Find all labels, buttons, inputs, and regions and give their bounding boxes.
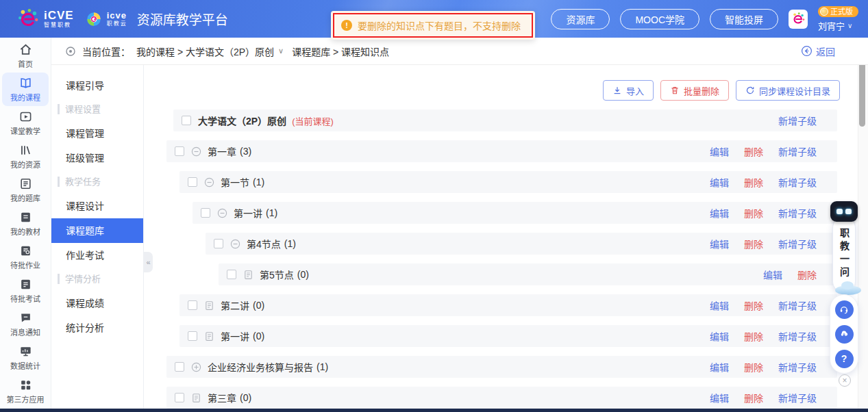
edit-link[interactable]: 编辑: [710, 206, 729, 220]
download-center-button[interactable]: [835, 325, 854, 344]
back-button[interactable]: 返回: [801, 44, 835, 58]
table-row: 企业经济业务核算与报告(1)编辑删除新增子级: [166, 356, 837, 378]
add-child-link[interactable]: 新增子级: [778, 237, 817, 250]
logo2-sub: 职教云: [107, 21, 127, 27]
rail-item-bank[interactable]: 我的题库: [2, 173, 49, 207]
delete-link[interactable]: 删除: [744, 391, 763, 404]
rail-item-label: 首页: [18, 58, 33, 69]
add-child-link[interactable]: 新增子级: [778, 391, 817, 404]
expand-node-icon[interactable]: [191, 362, 201, 372]
header-nav-1[interactable]: 资源库: [551, 9, 610, 29]
add-child-link[interactable]: 新增子级: [778, 206, 817, 220]
rail-item-home[interactable]: 首页: [2, 39, 49, 73]
row-checkbox[interactable]: [182, 116, 191, 125]
sidebar-item-6[interactable]: 课程题库: [51, 218, 143, 243]
add-child-link[interactable]: 新增子级: [778, 329, 817, 343]
edit-link[interactable]: 编辑: [710, 144, 729, 158]
rail-item-homework[interactable]: 待批作业: [2, 240, 49, 274]
row-actions: 编辑删除新增子级: [710, 391, 817, 404]
rail-item-message[interactable]: 消息通知: [2, 307, 49, 341]
delete-link[interactable]: 删除: [744, 360, 763, 374]
batch-delete-button[interactable]: 批量删除: [660, 80, 729, 101]
edit-link[interactable]: 编辑: [763, 268, 782, 281]
node-count: (0): [253, 331, 264, 342]
header-actions: 资源库MOOC学院智能投屏 正式版 刘宵宁 ∨: [551, 0, 858, 38]
sidebar-item-2[interactable]: 课程管理: [51, 121, 143, 146]
edit-link[interactable]: 编辑: [710, 360, 729, 374]
breadcrumb-path2: 课程题库 > 课程知识点: [292, 44, 389, 58]
add-child-link[interactable]: 新增子级: [778, 298, 817, 312]
add-child-link[interactable]: 新增子级: [778, 175, 817, 189]
rail-item-apps[interactable]: 第三方应用: [2, 374, 49, 408]
toast-message: 要删除的知识点下有题目，不支持删除: [358, 18, 521, 32]
row-checkbox[interactable]: [175, 362, 184, 372]
assistant-widget[interactable]: 职教一问: [829, 201, 859, 293]
row-checkbox[interactable]: [188, 300, 197, 310]
edit-link[interactable]: 编辑: [710, 298, 729, 312]
sync-directory-label: 同步课程设计目录: [759, 84, 830, 97]
user-menu[interactable]: 刘宵宁 ∨: [818, 19, 852, 32]
logo2-text: icve 职教云: [107, 11, 127, 27]
sidebar-collapse-handle[interactable]: «: [144, 252, 153, 272]
sidebar-item-9[interactable]: 课程成绩: [51, 291, 143, 316]
add-child-link[interactable]: 新增子级: [778, 144, 817, 158]
close-widgets-button[interactable]: ×: [839, 374, 851, 387]
node-label: 第二讲: [221, 298, 249, 312]
row-checkbox[interactable]: [188, 177, 197, 187]
toast-highlight-frame: ! 要删除的知识点下有题目，不支持删除: [333, 13, 533, 38]
message-icon: [19, 311, 32, 324]
delete-link[interactable]: 删除: [744, 175, 763, 189]
collapse-node-icon[interactable]: [204, 177, 214, 188]
delete-link[interactable]: 删除: [744, 237, 763, 250]
customer-service-button[interactable]: [835, 300, 854, 319]
edit-link[interactable]: 编辑: [710, 175, 729, 189]
app-window: iCVE 智慧职教 icve 职教云 资源库教学平台 资源库MOOC学院智能投屏: [0, 0, 868, 412]
headset-icon: [839, 304, 850, 315]
row-actions: 新增子级: [778, 114, 817, 127]
collapse-node-icon[interactable]: [230, 239, 240, 249]
collapse-node-icon[interactable]: [191, 146, 201, 157]
collapse-node-icon[interactable]: [217, 208, 227, 218]
rail-item-textbook[interactable]: 我的教材: [2, 207, 49, 240]
play-icon: [19, 110, 32, 123]
table-row: 第二讲(0)编辑删除新增子级: [179, 294, 837, 316]
row-checkbox[interactable]: [214, 239, 223, 248]
rail-item-stats[interactable]: 数据统计: [2, 341, 49, 374]
row-checkbox[interactable]: [175, 146, 184, 156]
delete-link[interactable]: 删除: [744, 329, 763, 343]
add-child-link[interactable]: 新增子级: [778, 360, 817, 374]
sync-directory-button[interactable]: 同步课程设计目录: [736, 80, 840, 101]
sidebar-item-10[interactable]: 统计分析: [51, 316, 143, 340]
header-nav-2[interactable]: MOOC学院: [620, 9, 699, 29]
rail-item-shelf[interactable]: 我的资源: [2, 140, 49, 173]
import-button[interactable]: 导入: [603, 80, 654, 101]
breadcrumb-prefix: 当前位置：: [82, 44, 130, 58]
sidebar-item-3[interactable]: 班级管理: [51, 146, 143, 170]
rail-item-play[interactable]: 课堂教学: [2, 106, 49, 140]
rail-item-exam[interactable]: 待批考试: [2, 274, 49, 307]
delete-link[interactable]: 删除: [744, 298, 763, 312]
avatar[interactable]: [789, 10, 808, 29]
robot-eye-left: [836, 209, 843, 214]
add-child-link[interactable]: 新增子级: [778, 114, 817, 127]
sidebar-item-5[interactable]: 课程设计: [51, 194, 143, 218]
sidebar-item-0[interactable]: 课程引导: [51, 73, 143, 98]
edit-link[interactable]: 编辑: [710, 391, 729, 404]
delete-link[interactable]: 删除: [797, 268, 817, 281]
sidebar-item-7[interactable]: 作业考试: [51, 243, 143, 268]
row-checkbox[interactable]: [175, 393, 184, 402]
header-nav-3[interactable]: 智能投屏: [710, 9, 778, 29]
edit-link[interactable]: 编辑: [710, 237, 729, 250]
left-icon-rail: 首页我的课程课堂教学我的资源我的题库我的教材待批作业待批考试消息通知数据统计第三…: [0, 38, 51, 409]
rail-item-book[interactable]: 我的课程: [2, 73, 49, 106]
rail-item-label: 数据统计: [10, 360, 40, 371]
edit-link[interactable]: 编辑: [710, 329, 729, 343]
avatar-logo-icon: [791, 12, 806, 27]
help-button[interactable]: ?: [835, 350, 854, 368]
row-checkbox[interactable]: [188, 331, 197, 341]
delete-link[interactable]: 删除: [744, 206, 763, 220]
row-checkbox[interactable]: [227, 270, 236, 279]
row-checkbox[interactable]: [201, 208, 210, 218]
course-dropdown-caret[interactable]: ∨: [278, 47, 284, 55]
delete-link[interactable]: 删除: [744, 144, 763, 158]
